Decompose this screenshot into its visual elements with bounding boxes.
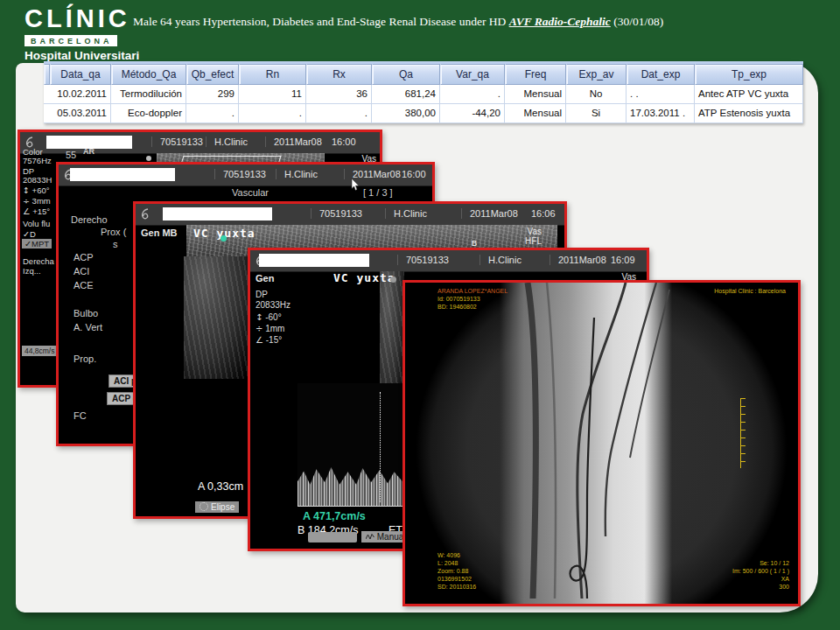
table-cell[interactable]: Si xyxy=(566,104,626,123)
table-cell[interactable]: 17.03.2011 . xyxy=(626,104,695,123)
caliper-dot xyxy=(390,276,396,283)
us1-velocity-scale: 44,8cm/s xyxy=(22,346,58,356)
us2-label-s: s xyxy=(113,239,118,249)
us1-check-d: D xyxy=(30,229,36,239)
us4-probe-label: Gen xyxy=(256,273,274,284)
hospital-logo: CLÍNIC BARCELONA Hospital Universitari xyxy=(24,5,139,62)
col-header-rx[interactable]: Rx xyxy=(306,64,372,85)
us1-volume-label: Volu flu xyxy=(23,219,50,228)
col-header-qb-efect[interactable]: Qb_efect xyxy=(186,64,239,85)
us3-hfl-badge: HFL xyxy=(525,236,542,246)
angle-icon: ↕ xyxy=(23,186,30,195)
table-cell[interactable]: . xyxy=(186,104,239,123)
check-icon: ✓ xyxy=(23,229,30,239)
us3-vas-badge: Vas xyxy=(528,227,542,236)
table-cell[interactable]: Antec ATP VC yuxta xyxy=(695,85,803,104)
steer-icon: ∠ xyxy=(256,335,263,345)
logo-clinic-text: CLÍNIC xyxy=(24,5,139,32)
slide-title-emphasis: AVF Radio-Cephalic xyxy=(509,15,611,28)
us1-gain-value: 55 xyxy=(66,150,76,160)
table-cell[interactable]: Eco-doppler xyxy=(111,104,186,123)
patient-name-redaction xyxy=(259,254,369,267)
table-corner-sliver xyxy=(44,64,50,85)
ellipse-icon xyxy=(200,502,208,511)
table-cell[interactable]: Termodilución xyxy=(111,85,186,104)
logo-barcelona-badge: BARCELONA xyxy=(24,35,117,46)
us1-steer-value: +15° xyxy=(32,206,50,216)
slide-title-suffix: (30/01/08) xyxy=(611,15,663,28)
trace-icon xyxy=(366,533,374,541)
doppler-waveform xyxy=(298,455,402,506)
col-header-var-qa[interactable]: Var_qa xyxy=(440,64,505,85)
baseline-divider xyxy=(298,506,404,507)
xray-birth-date: BD: 19460802 xyxy=(438,303,477,311)
table-cell[interactable]: -44,20 xyxy=(440,104,505,123)
table-cell[interactable]: 05.03.2011 xyxy=(50,104,111,123)
vendor-logo-icon xyxy=(139,207,150,221)
table-cell[interactable]: ATP Estenosis yuxta xyxy=(695,104,803,123)
us1-date: 2011Mar08 xyxy=(265,136,322,147)
mouse-cursor-icon xyxy=(351,178,360,192)
us2-label-fc: FC xyxy=(74,410,87,421)
us4-measurement-a: A 471,7cm/s xyxy=(303,510,366,522)
us4-date: 2011Mar08 xyxy=(550,255,606,265)
xray-bottom-right-block: Se: 10 / 12 Im: 500 / 600 ( 1 / 1 ) XA 3… xyxy=(732,559,789,591)
xray-accession: 0136991502 xyxy=(438,575,476,583)
us4-time: 16:09 xyxy=(611,255,635,265)
table-cell[interactable]: 10.02.2011 xyxy=(50,85,111,104)
us4-dp-freq: 20833Hz xyxy=(256,300,290,310)
us2-label-prox: Prox ( xyxy=(101,227,126,237)
table-cell[interactable]: 681,24 xyxy=(372,85,440,104)
col-header-metodo-qa[interactable]: Método_Qa xyxy=(111,64,186,85)
col-header-rn[interactable]: Rn xyxy=(239,64,306,85)
slide-title-prefix: Male 64 years Hypertension, Diabetes and… xyxy=(133,15,509,28)
patient-name-redaction xyxy=(163,207,272,220)
elipse-button[interactable]: Elipse xyxy=(195,501,239,513)
us2-label-bulbo: Bulbo xyxy=(74,308,98,318)
xray-image-number: Im: 500 / 600 ( 1 / 1 ) xyxy=(732,567,789,575)
us3-hospital: H.Clinic xyxy=(385,208,427,219)
xray-bottom-left-block: W: 4096 L: 2048 Zoom: 0.88 0136991502 SD… xyxy=(438,551,476,591)
us2-header-bar: 70519133 H.Clinic 2011Mar08 16:00 xyxy=(59,164,432,186)
empty-toolbar-slot[interactable] xyxy=(308,532,357,542)
col-header-tp-exp[interactable]: Tp_exp xyxy=(695,64,803,85)
check-icon: ✓ xyxy=(24,239,32,248)
us1-check-mpt: MPT xyxy=(32,239,49,248)
us1-patient-id: 70519133 xyxy=(151,136,203,147)
col-header-freq[interactable]: Freq xyxy=(505,64,566,85)
us3-probe-label: Gen MB xyxy=(141,228,178,238)
table-cell[interactable]: . xyxy=(306,104,372,123)
table-cell[interactable]: Mensual xyxy=(505,104,566,123)
us3-time: 16:06 xyxy=(531,208,556,219)
table-cell[interactable]: 11 xyxy=(239,85,306,104)
table-cell[interactable]: 36 xyxy=(306,85,372,104)
focus-dot xyxy=(146,156,151,161)
slide-title: Male 64 years Hypertension, Diabetes and… xyxy=(133,14,833,29)
logo-tagline: Hospital Universitari xyxy=(24,49,139,62)
us4-annotation: VC yuxta xyxy=(333,271,396,284)
us4-hospital: H.Clinic xyxy=(480,255,522,265)
table-cell[interactable]: 380,00 xyxy=(372,104,440,123)
xray-zoom: Zoom: 0.88 xyxy=(438,567,476,575)
xray-series: Se: 10 / 12 xyxy=(732,559,789,567)
col-header-data-qa[interactable]: Data_qa xyxy=(50,64,111,85)
table-cell[interactable]: . . xyxy=(626,85,695,104)
us2-hospital: H.Clinic xyxy=(276,169,318,179)
table-cell[interactable]: . xyxy=(440,85,505,104)
col-header-dat-exp[interactable]: Dat_exp xyxy=(626,64,695,85)
xray-angiography-image: ARANDA LOPEZ*ANGEL Id: 0070519133 BD: 19… xyxy=(402,280,801,606)
xray-study-date: SD: 20110316 xyxy=(438,583,476,591)
us2-mode-label: Vascular xyxy=(232,187,269,198)
col-header-qa[interactable]: Qa xyxy=(372,64,440,85)
col-header-exp-av[interactable]: Exp_av xyxy=(566,64,626,85)
us1-gate-value: 3mm xyxy=(32,196,51,206)
table-cell[interactable]: . xyxy=(239,104,306,123)
us2-label-prop: Prop. xyxy=(74,354,96,364)
us1-angle-value: +60° xyxy=(32,186,50,195)
us1-dp-freq: 20833H xyxy=(23,175,52,185)
us2-label-acp: ACP xyxy=(74,252,94,262)
table-cell[interactable]: Mensual xyxy=(505,85,566,104)
table-cell[interactable]: No xyxy=(566,85,626,104)
table-cell[interactable]: 299 xyxy=(186,85,239,104)
us2-label-avert: A. Vert xyxy=(74,322,102,332)
